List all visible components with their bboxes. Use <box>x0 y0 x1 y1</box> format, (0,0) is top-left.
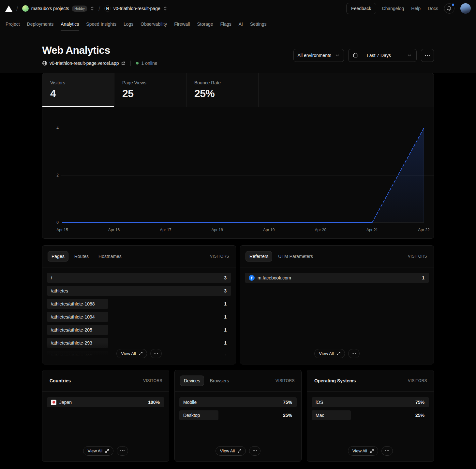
value-bar <box>47 273 231 283</box>
breadcrumb-separator: / <box>98 5 101 12</box>
domain-link[interactable]: v0-triathlon-result-page.vercel.app <box>42 61 125 66</box>
view-all-button[interactable]: View All <box>116 349 147 358</box>
user-avatar[interactable] <box>460 3 471 14</box>
project-switcher-icon[interactable] <box>163 6 168 11</box>
stat-tab-visitors[interactable]: Visitors4 <box>42 73 114 107</box>
countries-list: Japan100% <box>42 392 169 407</box>
list-item-ios[interactable]: iOS75% <box>312 397 429 407</box>
list-item-[interactable]: /3 <box>47 273 231 283</box>
devices-footer: View All <box>175 440 301 462</box>
nav-tab-logs[interactable]: Logs <box>120 17 137 31</box>
view-all-button[interactable]: View All <box>216 446 246 456</box>
top-link-help[interactable]: Help <box>411 6 421 11</box>
panel-more-button[interactable] <box>117 446 128 456</box>
tab-routes[interactable]: Routes <box>70 251 93 262</box>
panel-more-button[interactable] <box>150 349 162 358</box>
list-item-athletes-athlete-1094[interactable]: /athletes/athlete-10941 <box>47 312 231 322</box>
expand-icon <box>370 449 374 453</box>
tab-hostnames[interactable]: Hostnames <box>95 251 126 262</box>
date-range-picker[interactable]: Last 7 Days <box>348 49 417 62</box>
list-item-mobile[interactable]: Mobile75% <box>179 397 297 407</box>
nav-tab-speed-insights[interactable]: Speed Insights <box>82 17 120 31</box>
devices-list: Mobile75%Desktop25% <box>175 392 301 420</box>
view-all-button[interactable]: View All <box>83 446 113 456</box>
list-item-m-facebook-com[interactable]: fm.facebook.com1 <box>245 273 429 283</box>
vercel-logo[interactable] <box>5 6 12 12</box>
topbar-right: Feedback ChangelogHelpDocs <box>346 3 471 14</box>
list-item-value: 1 <box>224 301 231 306</box>
ellipsis-icon <box>352 353 353 354</box>
ellipsis-icon <box>154 353 155 354</box>
ellipsis-icon <box>385 450 386 451</box>
visitors-column-header: VISITORS <box>210 254 231 259</box>
panel-more-button[interactable] <box>249 446 260 456</box>
visitors-chart[interactable]: 420Apr 15Apr 16Apr 17Apr 18Apr 19Apr 20A… <box>42 107 434 238</box>
visitors-chart-card: Visitors4Page Views25Bounce Rate25% 420A… <box>42 73 434 239</box>
team-name: matsubo's projects <box>31 6 69 11</box>
more-options-button[interactable] <box>421 49 434 62</box>
team-switcher-icon[interactable] <box>90 6 95 11</box>
nav-tab-settings[interactable]: Settings <box>246 17 270 31</box>
ellipsis-icon <box>253 450 254 451</box>
breadcrumb-project[interactable]: N v0-triathlon-result-page <box>104 5 168 12</box>
nav-tab-storage[interactable]: Storage <box>193 17 216 31</box>
nav-tab-ai[interactable]: AI <box>235 17 246 31</box>
view-all-button[interactable]: View All <box>348 446 378 456</box>
tab-utm-parameters[interactable]: UTM Parameters <box>274 251 317 262</box>
referrers-list: fm.facebook.com1 <box>240 267 434 283</box>
visitors-area-chart[interactable]: 420Apr 15Apr 16Apr 17Apr 18Apr 19Apr 20A… <box>42 107 434 238</box>
nav-tab-analytics[interactable]: Analytics <box>57 17 82 31</box>
nav-tab-observability[interactable]: Observability <box>137 17 171 31</box>
top-section: / matsubo's projects Hobby / N v0-triath… <box>0 0 476 73</box>
calendar-segment[interactable] <box>349 49 362 62</box>
environment-select[interactable]: All environments <box>293 49 344 62</box>
chevron-down-icon <box>407 53 412 58</box>
svg-text:2: 2 <box>56 173 59 178</box>
expand-icon <box>238 449 241 453</box>
list-item-athletes[interactable]: /athletes3 <box>47 286 231 296</box>
nav-tab-deployments[interactable]: Deployments <box>23 17 57 31</box>
operating_systems-title: Operating Systems <box>312 378 356 383</box>
devices-tabs: DevicesBrowsers <box>180 376 233 386</box>
stat-tab-page-views[interactable]: Page Views25 <box>114 73 186 107</box>
ellipsis-icon <box>157 353 158 354</box>
nav-tab-project[interactable]: Project <box>2 17 23 31</box>
view-all-button[interactable]: View All <box>314 349 345 358</box>
top-link-docs[interactable]: Docs <box>428 6 438 11</box>
list-item-athletes-athlete-205[interactable]: /athletes/athlete-2051 <box>47 325 231 335</box>
svg-text:Apr 16: Apr 16 <box>108 228 120 232</box>
breadcrumb-team[interactable]: matsubo's projects Hobby <box>22 5 95 12</box>
operating_systems-footer: View All <box>307 440 434 462</box>
chevron-down-icon <box>335 53 340 58</box>
date-range-value-segment[interactable]: Last 7 Days <box>362 49 416 62</box>
tab-pages[interactable]: Pages <box>48 251 68 262</box>
tab-referrers[interactable]: Referrers <box>245 251 272 262</box>
list-item-value: 25% <box>283 413 297 418</box>
panel-more-button[interactable] <box>381 446 393 456</box>
stat-tab-bounce-rate[interactable]: Bounce Rate25% <box>186 73 259 107</box>
notifications-button[interactable] <box>444 3 454 14</box>
operating-systems-panel: Operating SystemsVISITORSiOS75%Mac25%Vie… <box>307 370 434 462</box>
list-item-value: 3 <box>224 275 231 280</box>
referrers-panel: ReferrersUTM ParametersVISITORSfm.facebo… <box>240 245 434 364</box>
tab-browsers[interactable]: Browsers <box>206 376 233 386</box>
feedback-button[interactable]: Feedback <box>346 3 376 14</box>
list-item-value: 1 <box>422 275 429 280</box>
notification-dot <box>451 3 455 7</box>
topbar-links: ChangelogHelpDocs <box>382 6 438 11</box>
ellipsis-icon <box>387 450 388 451</box>
top-link-changelog[interactable]: Changelog <box>382 6 404 11</box>
nav-tab-firewall[interactable]: Firewall <box>171 17 193 31</box>
tab-devices[interactable]: Devices <box>180 376 204 386</box>
nav-tab-flags[interactable]: Flags <box>217 17 235 31</box>
list-item-athletes-athlete-1088[interactable]: /athletes/athlete-10881 <box>47 299 231 309</box>
list-item-japan[interactable]: Japan100% <box>47 397 164 407</box>
page-hero: Web Analytics v0-triathlon-result-page.v… <box>0 31 476 73</box>
svg-text:Apr 18: Apr 18 <box>212 228 223 232</box>
ellipsis-icon <box>388 450 389 451</box>
list-item-mac[interactable]: Mac25% <box>312 410 429 420</box>
expand-icon <box>337 352 340 355</box>
svg-text:0: 0 <box>56 220 59 225</box>
panel-more-button[interactable] <box>348 349 360 358</box>
list-item-desktop[interactable]: Desktop25% <box>179 410 297 420</box>
